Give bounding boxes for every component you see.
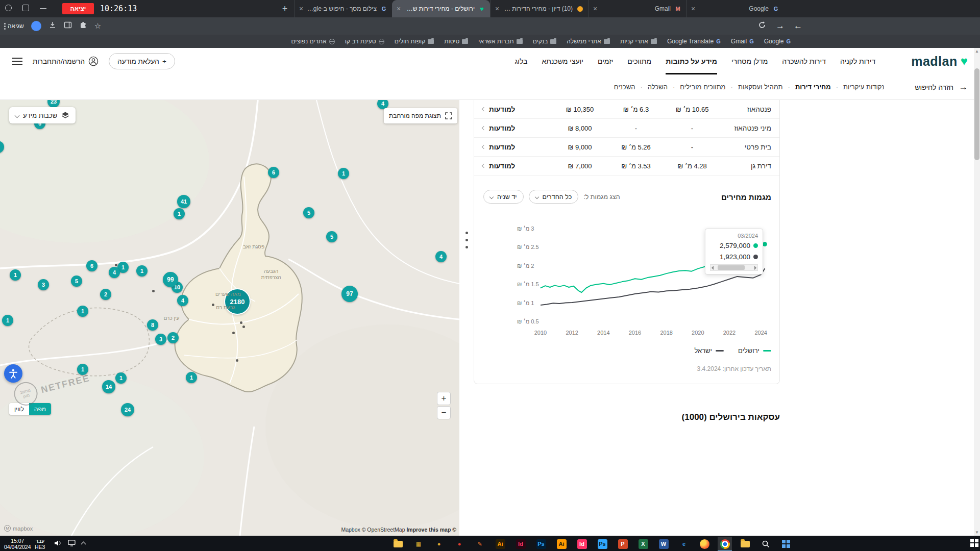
listings-link[interactable]: למודעות: [482, 143, 515, 151]
zoom-out-button[interactable]: −: [437, 406, 451, 419]
forward-icon[interactable]: →: [776, 21, 785, 31]
post-ad-button[interactable]: + העלאת מודעה: [109, 53, 175, 69]
map-cluster-marker[interactable]: 1: [77, 364, 88, 375]
window-minimize-icon[interactable]: [40, 5, 46, 9]
map-cluster-marker[interactable]: 4: [109, 267, 120, 278]
subnav-item[interactable]: תמהיל ועסקאות: [738, 83, 783, 91]
zoom-in-button[interactable]: +: [437, 392, 451, 405]
map-cluster-marker[interactable]: 6: [86, 260, 97, 271]
bookmark-item[interactable]: GGoogle Translate: [664, 37, 724, 46]
taskbar-app-folder-2[interactable]: [738, 537, 752, 551]
hamburger-menu-icon[interactable]: [12, 58, 22, 65]
taskbar-app-indesign[interactable]: Id: [513, 537, 528, 551]
map-cluster-marker[interactable]: 1: [2, 315, 13, 326]
bookmark-item[interactable]: טיסות: [440, 37, 472, 46]
bookmark-item[interactable]: GGmail: [727, 37, 757, 46]
map-cluster-marker[interactable]: 3: [155, 334, 166, 345]
nav-item[interactable]: בלוג: [514, 48, 527, 74]
taskbar-app-file-explorer[interactable]: [391, 537, 405, 551]
taskbar-app-powerpoint[interactable]: P: [616, 537, 630, 551]
satellite-view-button[interactable]: לווין: [9, 403, 29, 415]
subnav-item[interactable]: השכנים: [614, 83, 635, 91]
nav-item[interactable]: דירות לקניה: [840, 48, 875, 74]
browser-tab[interactable]: GGoogle×: [686, 0, 784, 17]
listings-link[interactable]: למודעות: [482, 106, 515, 113]
bookmark-item[interactable]: אתרים נפוצים: [287, 37, 338, 46]
listings-link[interactable]: למודעות: [482, 124, 515, 132]
improve-map-link[interactable]: Improve this map ©: [406, 527, 456, 533]
new-tab-button[interactable]: +: [278, 2, 292, 16]
map-cluster-marker[interactable]: 1: [186, 372, 197, 383]
taskbar-app-edge[interactable]: e: [677, 537, 691, 551]
nav-item[interactable]: מדלן מסחרי: [731, 48, 768, 74]
taskbar-clock[interactable]: 15:07 04/04/2024: [4, 538, 31, 550]
tooltip-scrollbar[interactable]: [710, 264, 758, 271]
scroll-right-icon[interactable]: [712, 266, 714, 270]
map-cluster-marker[interactable]: 4: [435, 251, 447, 262]
scrollbar-thumb[interactable]: [974, 68, 979, 160]
scroll-up-icon[interactable]: ▲: [974, 49, 980, 54]
subnav-item[interactable]: מחירי דירות: [795, 83, 831, 91]
taskbar-app-search[interactable]: [758, 537, 773, 551]
rooms-dropdown[interactable]: כל החדרים: [529, 190, 579, 204]
map-cluster-marker[interactable]: 4: [177, 295, 188, 306]
layers-button[interactable]: שכבות מידע: [9, 107, 76, 123]
subnav-item[interactable]: מתווכים מובילים: [680, 83, 725, 91]
download-icon[interactable]: [48, 21, 57, 31]
map-cluster-marker[interactable]: 5: [303, 207, 314, 218]
map-cluster-marker[interactable]: 1: [136, 265, 148, 277]
map-cluster-marker[interactable]: 3: [38, 279, 49, 290]
bookmark-star-icon[interactable]: ☆: [94, 21, 101, 31]
display-icon[interactable]: [68, 539, 76, 548]
map-cluster-marker[interactable]: 5: [71, 276, 82, 287]
expand-map-button[interactable]: תצוגת מפה מורחבת: [384, 108, 457, 123]
nav-item[interactable]: יזמים: [598, 48, 613, 74]
taskbar-app-firefox[interactable]: [697, 537, 712, 551]
reload-icon[interactable]: [757, 20, 767, 32]
listings-link[interactable]: למודעות: [482, 162, 515, 170]
map-cluster-marker[interactable]: 23: [47, 100, 60, 108]
tab-close-icon[interactable]: ×: [593, 5, 597, 13]
exit-button[interactable]: יציאה: [62, 3, 94, 14]
bookmark-item[interactable]: אתרי ממשלה: [563, 37, 614, 46]
bookmark-item[interactable]: חברות אשראי: [475, 37, 526, 46]
back-icon[interactable]: ←: [794, 21, 802, 31]
taskbar-app-windows-app[interactable]: [779, 537, 793, 551]
scroll-left-icon[interactable]: [754, 266, 756, 270]
map-cluster-marker[interactable]: 1: [10, 269, 21, 281]
profile-avatar[interactable]: [31, 21, 41, 31]
taskbar-app-photoshop-2[interactable]: Ps: [595, 537, 609, 551]
sidebar-icon[interactable]: [64, 21, 72, 31]
map-cluster-marker[interactable]: 1: [115, 372, 127, 384]
browser-menu-badge[interactable]: שגיאה: [4, 22, 24, 30]
nav-item[interactable]: יועצי משכנתא: [542, 48, 583, 74]
tab-close-icon[interactable]: ×: [495, 5, 499, 13]
bookmark-item[interactable]: קופות חולים: [391, 37, 438, 46]
taskbar-app-excel[interactable]: X: [636, 537, 650, 551]
browser-tab[interactable]: MGmail×: [588, 0, 686, 17]
map-cluster-marker[interactable]: 97: [341, 286, 358, 302]
nav-item[interactable]: דירות להשכרה: [782, 48, 826, 74]
subnav-item[interactable]: השכלה: [648, 83, 668, 91]
scrollbar-thumb[interactable]: [718, 265, 745, 270]
tab-close-icon[interactable]: ×: [691, 5, 695, 13]
taskbar-app-illustrator[interactable]: Ai: [493, 537, 507, 551]
map-cluster-marker[interactable]: 8: [147, 319, 158, 331]
scroll-down-icon[interactable]: ▼: [974, 530, 980, 535]
nav-item[interactable]: מידע על כתובות: [666, 48, 717, 74]
taskbar-app-indesign-2[interactable]: Id: [575, 537, 589, 551]
accessibility-button[interactable]: [4, 364, 22, 383]
madlan-logo[interactable]: ♥ madlan: [911, 54, 968, 69]
browser-tab[interactable]: ♥ירושלים - מחירי דירות שנמכרו×: [392, 0, 490, 17]
map[interactable]: 2364614115546141153109929742180118321114…: [0, 100, 459, 536]
login-button[interactable]: הרשמה/התחברות: [33, 56, 99, 66]
map-view-button[interactable]: מפה: [29, 403, 51, 415]
speaker-icon[interactable]: [54, 539, 62, 548]
map-cluster-marker[interactable]: 2: [100, 289, 111, 300]
start-button[interactable]: [969, 539, 976, 548]
bookmark-item[interactable]: בנקים: [529, 37, 560, 46]
taskbar-app-gold-app[interactable]: ●: [432, 537, 446, 551]
back-to-search-link[interactable]: → חזרה לחיפוש: [915, 82, 968, 92]
map-cluster-marker[interactable]: 99: [163, 272, 178, 287]
subnav-item[interactable]: נקודות עיקריות: [843, 83, 884, 91]
